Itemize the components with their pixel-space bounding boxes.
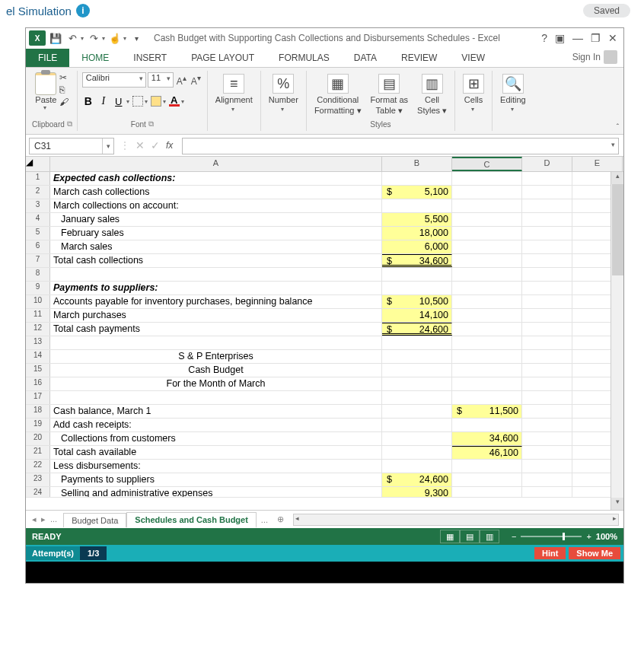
touch-icon[interactable]: ☝ [108,31,122,45]
sheet-tab-schedules[interactable]: Schedules and Cash Budget [126,512,257,528]
alignment-icon[interactable]: ≡ [223,74,244,94]
cell-styles-button[interactable]: ▥CellStyles ▾ [414,72,450,117]
paste-icon[interactable] [35,72,56,95]
tab-nav-prev-icon[interactable]: ◂ [32,514,37,524]
cell-B6[interactable]: 6,000 [382,240,452,253]
tab-nav-more-icon[interactable]: ... [50,514,57,524]
col-header-D[interactable]: D [522,157,572,171]
qat-customize-icon[interactable]: ▾ [129,31,143,45]
cell-B10[interactable]: 10,500 [382,295,452,308]
paste-dropdown-icon[interactable]: ▾ [43,104,46,111]
scroll-up-icon[interactable]: ▴ [611,172,623,184]
undo-icon[interactable]: ↶ [65,31,79,45]
ribbon-display-icon[interactable]: ▣ [555,32,565,44]
tab-page-layout[interactable]: PAGE LAYOUT [179,49,266,67]
clipboard-launcher-icon[interactable]: ⧉ [67,119,72,129]
format-as-table-button[interactable]: ▤Format asTable ▾ [368,72,412,117]
number-label[interactable]: Number [269,95,298,104]
hint-button[interactable]: Hint [534,547,566,559]
name-box-dropdown-icon[interactable]: ▾ [103,142,113,150]
editing-icon[interactable]: 🔍 [502,74,524,94]
show-me-button[interactable]: Show Me [569,547,620,559]
col-header-B[interactable]: B [382,157,452,171]
cell-C1[interactable] [452,172,522,185]
tab-insert[interactable]: INSERT [121,49,179,67]
grow-font-icon[interactable]: A▴ [175,74,188,87]
cells-icon[interactable]: ⊞ [463,74,484,94]
number-icon[interactable]: % [273,74,294,94]
view-page-layout-icon[interactable]: ▤ [460,530,480,543]
cell-A6[interactable]: March sales [50,240,382,253]
cell-C21[interactable]: 46,100 [452,446,522,459]
col-header-A[interactable]: A [50,157,382,171]
cell-A15[interactable]: Cash Budget [50,364,382,377]
minimize-icon[interactable]: — [572,32,583,44]
restore-icon[interactable]: ❐ [591,32,601,44]
tab-data[interactable]: DATA [342,49,389,67]
cell-A12[interactable]: Total cash payments [50,323,382,336]
cell-A21[interactable]: Total cash available [50,446,382,459]
zoom-control[interactable]: − + 100% [512,532,617,541]
cell-B12[interactable]: 24,600 [382,323,452,336]
view-normal-icon[interactable]: ▦ [440,530,460,543]
tab-nav-next-icon[interactable]: ▸ [41,514,46,524]
help-icon[interactable]: ? [541,32,547,44]
info-icon[interactable]: i [76,4,90,18]
italic-button[interactable]: I [97,95,110,107]
cell-B23[interactable]: 24,600 [382,473,452,486]
cell-A16[interactable]: For the Month of March [50,377,382,390]
cell-A10[interactable]: Accounts payable for inventory purchases… [50,295,382,308]
tab-formulas[interactable]: FORMULAS [266,49,342,67]
font-size-select[interactable]: 11 [148,72,174,88]
cell-B4[interactable]: 5,500 [382,213,452,226]
tab-file[interactable]: FILE [26,49,69,67]
cell-B24[interactable]: 9,300 [382,487,452,497]
cell-B11[interactable]: 14,100 [382,309,452,322]
new-sheet-icon[interactable]: ⊕ [273,514,289,524]
border-icon[interactable] [132,96,143,107]
zoom-out-icon[interactable]: − [512,532,516,541]
alignment-label[interactable]: Alignment [215,95,253,104]
tab-more[interactable]: ... [257,515,273,524]
sheet-tab-budget-data[interactable]: Budget Data [63,513,126,527]
cell-A2[interactable]: March cash collections [50,186,382,199]
tab-review[interactable]: REVIEW [389,49,449,67]
name-box-value[interactable]: C31 [30,138,103,154]
cell-A18[interactable]: Cash balance, March 1 [50,405,382,418]
cells-label[interactable]: Cells [464,95,483,104]
shrink-font-icon[interactable]: A▾ [190,74,202,87]
select-all-corner[interactable]: ◢ [26,157,50,171]
font-name-select[interactable]: Calibri [82,72,146,88]
collapse-ribbon-icon[interactable]: ˆ [617,123,619,132]
cell-B1[interactable] [382,172,452,185]
name-box[interactable]: C31 ▾ [29,138,114,154]
cell-C18[interactable]: 11,500 [452,405,522,418]
paste-label[interactable]: Paste [35,95,56,104]
redo-icon[interactable]: ↷ [87,31,100,45]
vertical-scrollbar[interactable]: ▴ ▾ [611,172,623,510]
cell-A3[interactable]: March collections on account: [50,199,382,212]
cut-icon[interactable]: ✂ [59,72,69,83]
tab-view[interactable]: VIEW [449,49,497,67]
cell-B5[interactable]: 18,000 [382,227,452,240]
cell-A14[interactable]: S & P Enterprises [50,350,382,363]
view-page-break-icon[interactable]: ▥ [480,530,499,543]
conditional-formatting-button[interactable]: ▦ConditionalFormatting ▾ [311,72,365,117]
zoom-level[interactable]: 100% [596,532,617,541]
horizontal-scrollbar[interactable] [293,514,619,526]
font-launcher-icon[interactable]: ⧉ [148,119,154,129]
scroll-thumb[interactable] [612,184,623,275]
editing-label[interactable]: Editing [500,95,526,104]
bold-button[interactable]: B [82,95,94,107]
fx-icon[interactable]: fx [166,140,173,151]
zoom-in-icon[interactable]: + [586,532,591,541]
cell-C20[interactable]: 34,600 [452,432,522,445]
cell-B7[interactable]: 34,600 [382,254,452,267]
cell-A19[interactable]: Add cash receipts: [50,419,382,431]
cell-A5[interactable]: February sales [50,227,382,240]
font-color-icon[interactable]: A [169,97,180,107]
col-header-E[interactable]: E [572,157,623,171]
col-header-C[interactable]: C [452,157,522,171]
cell-A22[interactable]: Less disbursements: [50,460,382,473]
copy-icon[interactable]: ⎘ [59,84,69,95]
